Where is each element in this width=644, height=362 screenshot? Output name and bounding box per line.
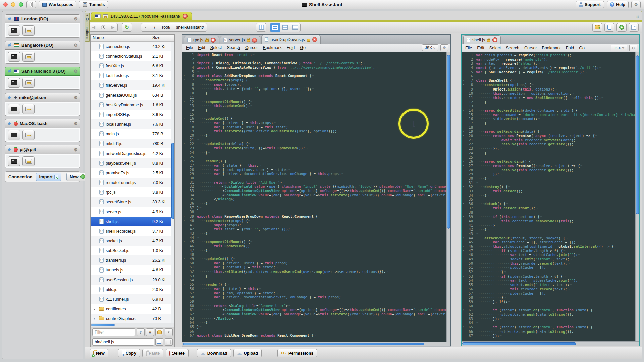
fold-marker-icon[interactable]: [182, 150, 186, 155]
fold-marker-icon[interactable]: ▾: [182, 282, 186, 287]
file-row[interactable]: rpc.js3.8 Ki: [91, 187, 174, 197]
code-line[interactable]: 52········this.setState({cmd: driver.rem…: [182, 269, 450, 274]
fold-marker-icon[interactable]: [182, 133, 186, 138]
file-row[interactable]: main.js778 B: [91, 129, 174, 139]
path-input[interactable]: [92, 338, 154, 346]
fold-marker-icon[interactable]: [182, 278, 186, 282]
fold-marker-icon[interactable]: [182, 129, 186, 133]
code-line[interactable]: ▾44····attachStdout(stdout, stderr, sock…: [462, 236, 639, 240]
fold-marker-icon[interactable]: [182, 180, 186, 185]
code-line[interactable]: 12····}¬: [462, 100, 639, 104]
fold-marker-icon[interactable]: ▾: [182, 74, 186, 78]
fold-marker-icon[interactable]: ▾: [462, 129, 465, 134]
open-file-browser-button[interactable]: [22, 78, 35, 88]
fold-marker-icon[interactable]: [182, 304, 186, 308]
traffic-light-zoom[interactable]: [19, 2, 23, 7]
code-line[interactable]: ▾36····detach() {¬: [462, 202, 639, 206]
connection-settings-gear-icon[interactable]: ⚙: [74, 121, 78, 126]
code-line[interactable]: 59········}, 10);¬: [462, 300, 639, 304]
fold-marker-icon[interactable]: [462, 155, 465, 160]
code-line[interactable]: 16········stdin.write(command);¬: [462, 117, 639, 121]
code-line[interactable]: 66············stderrCache.push(data.toSt…: [462, 329, 639, 334]
fold-marker-icon[interactable]: [182, 201, 186, 206]
scrollbar-thumb[interactable]: [636, 55, 639, 214]
code-line[interactable]: 15········var command = `docker containe…: [462, 113, 639, 117]
code-line[interactable]: 33········this.detach();¬: [462, 189, 639, 193]
connection-settings-gear-icon[interactable]: ⚙: [74, 147, 78, 152]
close-tab-icon[interactable]: ✕: [183, 14, 188, 19]
fold-marker-icon[interactable]: ▾: [182, 214, 186, 219]
fold-marker-icon[interactable]: [462, 265, 465, 270]
file-row[interactable]: tunnels.js4.6 Ki: [91, 265, 174, 275]
upload-button[interactable]: ☁↑Upload: [233, 349, 262, 357]
code-line[interactable]: 51········var { options } = this.state;¬: [182, 265, 450, 269]
scrollbar-thumb[interactable]: [183, 343, 424, 345]
pages-button[interactable]: [26, 1, 36, 8]
code-line[interactable]: 28············resolve(this.recorder.getS…: [462, 168, 639, 172]
fold-marker-icon[interactable]: [182, 223, 186, 227]
copy-path-button[interactable]: [155, 338, 163, 346]
file-row[interactable]: promiseFs.js2.5 Ki: [91, 168, 174, 178]
code-line[interactable]: ▾20········return new Promise( async (re…: [462, 134, 639, 138]
fold-marker-icon[interactable]: [182, 227, 186, 231]
file-row[interactable]: server.js4.9 Ki: [91, 207, 174, 217]
file-row[interactable]: transfers.js26.2 Ki: [91, 255, 174, 265]
code-line[interactable]: 35¬: [462, 197, 639, 202]
menu-file[interactable]: File: [186, 45, 193, 50]
code-line[interactable]: ▾46········this.stdoutCacheFlushTimerId …: [462, 244, 639, 249]
code-line[interactable]: 24····}¬: [182, 150, 450, 155]
syntax-mode-dropdown[interactable]: JSX▽: [422, 44, 438, 51]
file-row[interactable]: faultTester.js3.1 Ki: [91, 71, 174, 80]
code-line[interactable]: 30¬: [182, 176, 450, 180]
fold-marker-icon[interactable]: [182, 299, 186, 304]
code-line[interactable]: 1var child_process = require('child_proc…: [462, 53, 639, 57]
code-line[interactable]: ▾53············if (stderrCache.length > …: [462, 274, 639, 279]
code-line[interactable]: 62············stdoutCache.push(data.toSt…: [462, 312, 639, 317]
code-line[interactable]: 22············resolve(this.recorder.getS…: [462, 142, 639, 146]
fold-marker-icon[interactable]: [462, 334, 465, 338]
breadcrumb-root[interactable]: /: [150, 23, 159, 31]
connection-header[interactable]: MacOS: bash⚙: [5, 119, 80, 128]
code-line[interactable]: 47····}¬: [182, 248, 450, 253]
menu-fold[interactable]: Fold: [566, 46, 574, 50]
fold-marker-icon[interactable]: [462, 168, 465, 172]
code-line[interactable]: 62············<CommandLineView value={cm…: [182, 312, 450, 316]
fold-marker-icon[interactable]: [182, 57, 186, 61]
fold-marker-icon[interactable]: ▾: [462, 308, 465, 312]
syntax-mode-dropdown[interactable]: JSX▽: [611, 45, 627, 51]
code-line[interactable]: 28········var { cmd, options, user } = s…: [182, 168, 450, 172]
filter-dropdown-button[interactable]: ▼: [165, 328, 173, 336]
editor-hscrollbar[interactable]: [182, 342, 450, 346]
permissions-button[interactable]: Permissions: [277, 349, 317, 357]
fold-marker-icon[interactable]: [182, 61, 186, 65]
tunnels-button[interactable]: Tunnels: [79, 1, 108, 8]
menu-select[interactable]: Select: [210, 45, 222, 50]
code-line[interactable]: ▾22····updateState(delta) {¬: [182, 142, 450, 146]
fold-marker-icon[interactable]: [182, 189, 186, 193]
fold-marker-icon[interactable]: ▾: [462, 244, 465, 249]
fold-marker-icon[interactable]: [462, 257, 465, 261]
editor-vscrollbar[interactable]: [446, 52, 450, 342]
fold-marker-icon[interactable]: ▾: [462, 108, 465, 113]
connection-settings-gear-icon[interactable]: ⚙: [74, 95, 78, 100]
file-row[interactable]: playbackShell.js8.8 Ki: [91, 158, 174, 168]
menu-go[interactable]: Go: [579, 46, 585, 50]
file-row[interactable]: fileServer.js19.4 Ki: [91, 80, 174, 90]
code-line[interactable]: 13········this.updateCmd();¬: [182, 104, 450, 108]
code-line[interactable]: 6¬: [462, 74, 639, 78]
code-line[interactable]: ▾27········return new Promise((resolve, …: [462, 164, 639, 168]
menu-bookmark[interactable]: Bookmark: [542, 46, 561, 50]
code-line[interactable]: 57········var { cmd, options } = state;¬: [182, 291, 450, 295]
file-row[interactable]: remoteTunnel.js7.0 Ki: [91, 178, 174, 187]
scrollbar-thumb[interactable]: [462, 342, 576, 345]
code-line[interactable]: 43····}¬: [182, 231, 450, 236]
fold-marker-icon[interactable]: [182, 65, 186, 70]
view-columns-button[interactable]: [256, 23, 266, 32]
paste-button[interactable]: Paste: [142, 349, 163, 357]
fold-marker-icon[interactable]: [182, 236, 186, 240]
fold-marker-icon[interactable]: [462, 291, 465, 296]
connection-header[interactable]: Bangalore (DO)⚙: [5, 41, 80, 50]
fold-marker-icon[interactable]: ▾: [182, 257, 186, 261]
code-line[interactable]: 8········super(props);¬: [182, 82, 450, 87]
code-line[interactable]: 63········</Dialog>;¬: [182, 316, 450, 321]
